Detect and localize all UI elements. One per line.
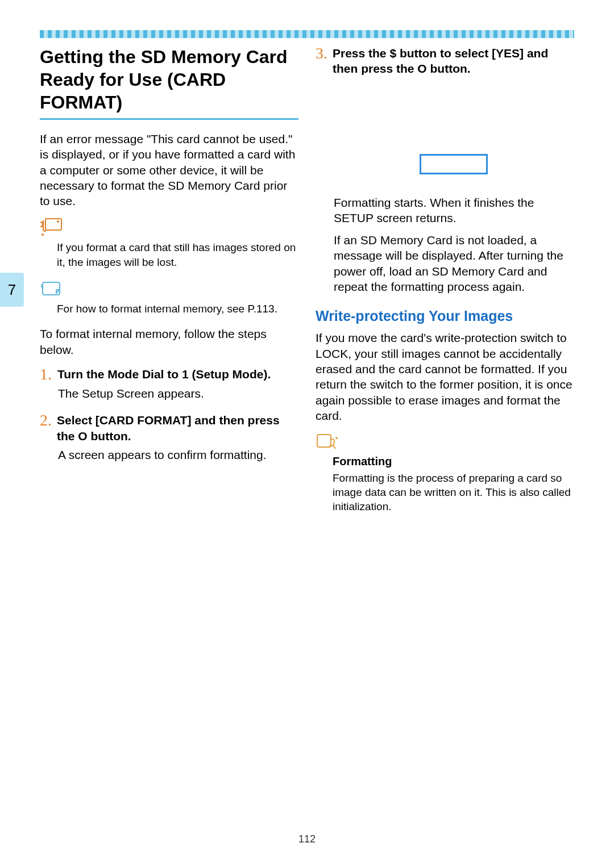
camera-screenshot <box>366 82 525 185</box>
intro-paragraph: If an error message "This card cannot be… <box>40 131 298 208</box>
step-1: 1. Turn the Mode Dial to 1 (Setup Mode). <box>40 366 298 382</box>
svg-point-2 <box>42 233 44 236</box>
caution-text: If you format a card that still has imag… <box>57 240 298 269</box>
svg-point-1 <box>57 220 59 223</box>
right-column: 3. Press the $ button to select [YES] an… <box>316 45 574 514</box>
step-title: Select [CARD FORMAT] and then press the … <box>57 412 298 444</box>
step-number: 1. <box>40 366 52 382</box>
section-heading: Getting the SD Memory Card Ready for Use… <box>40 45 298 114</box>
note-icon <box>40 280 298 297</box>
step-title: Press the $ button to select [YES] and t… <box>333 45 574 77</box>
step-3: 3. Press the $ button to select [YES] an… <box>316 45 574 77</box>
note-text: For how to format internal memory, see P… <box>57 302 298 316</box>
pre-steps-text: To format internal memory, follow the st… <box>40 326 298 357</box>
terminology-icon <box>316 432 574 450</box>
chapter-tab: 7 <box>0 273 24 307</box>
term-body: Formatting is the process of preparing a… <box>333 471 574 514</box>
svg-rect-0 <box>45 219 61 230</box>
step-1-body: The Setup Screen appears. <box>58 386 298 401</box>
step-2-body: A screen appears to confirm formatting. <box>58 447 298 462</box>
left-column: Getting the SD Memory Card Ready for Use… <box>40 45 298 514</box>
step-3-body-1: Formatting starts. When it finishes the … <box>334 195 574 226</box>
caution-icon <box>40 218 298 236</box>
highlight-box <box>420 154 488 174</box>
page-number: 112 <box>0 833 614 845</box>
step-number: 2. <box>40 412 51 428</box>
svg-point-3 <box>335 437 338 439</box>
subsection-heading: Write-protecting Your Images <box>316 308 574 324</box>
page-content: Getting the SD Memory Card Ready for Use… <box>40 45 574 514</box>
decorative-border <box>40 30 574 38</box>
step-title: Turn the Mode Dial to 1 (Setup Mode). <box>57 366 271 382</box>
step-number: 3. <box>316 45 327 61</box>
step-3-body-2: If an SD Memory Card is not loaded, a me… <box>334 232 574 294</box>
write-protect-body: If you move the card's write-protection … <box>316 330 574 423</box>
step-2: 2. Select [CARD FORMAT] and then press t… <box>40 412 298 444</box>
heading-underline <box>40 118 298 120</box>
term-title: Formatting <box>333 455 574 468</box>
